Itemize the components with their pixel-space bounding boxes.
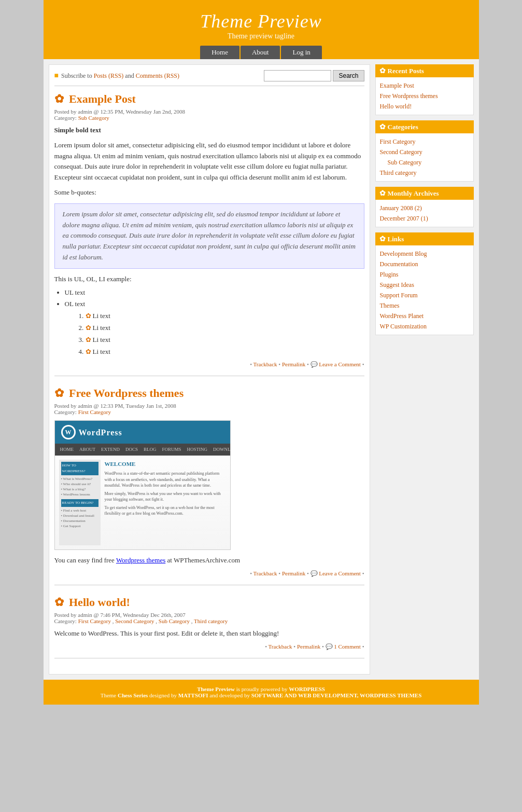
- sidebar-links: ✿ Links Development Blog Documentation P…: [375, 232, 474, 335]
- archives-icon: ✿: [379, 189, 386, 198]
- footer-mattsofi-link[interactable]: MATTSOFI: [178, 692, 208, 698]
- rss-text: Subscribe to Posts (RSS) and Comments (R…: [61, 72, 264, 80]
- li-icon-1: ✿: [86, 312, 91, 320]
- sidebar-categories-content: First Category Second Category Sub Categ…: [375, 133, 474, 182]
- wp-main-mini: WELCOME WordPress is a state-of-the-art …: [105, 460, 226, 546]
- post-body-2: You can easy find free Wordpress themes …: [54, 555, 364, 566]
- recent-post-1[interactable]: Example Post: [380, 82, 414, 89]
- permalink-link-3[interactable]: Permalink: [297, 643, 320, 650]
- permalink-link-1[interactable]: Permalink: [282, 361, 305, 367]
- footer: Theme Preview is proudly powered by WORD…: [44, 680, 479, 705]
- cat-second[interactable]: Second Category: [380, 148, 422, 156]
- nav-login[interactable]: Log in: [281, 46, 321, 59]
- footer-wordpress-link[interactable]: WORDPRESS: [289, 686, 325, 692]
- search-button[interactable]: Search: [333, 70, 364, 81]
- link-themes[interactable]: Themes: [380, 302, 400, 309]
- trackback-link-3[interactable]: Trackback: [269, 643, 292, 650]
- post-cat-3[interactable]: Sub Category: [159, 618, 190, 624]
- recent-post-3[interactable]: Hello world!: [380, 103, 412, 110]
- trackback-link-2[interactable]: Trackback: [253, 570, 277, 576]
- link-suggest[interactable]: Suggest Ideas: [380, 281, 414, 288]
- link-plugins[interactable]: Plugins: [380, 271, 399, 278]
- post-title-link[interactable]: Example Post: [69, 92, 136, 105]
- site-tagline: Theme preview tagline: [44, 32, 479, 40]
- cat-sub[interactable]: Sub Category: [388, 159, 422, 166]
- link-wp-custom[interactable]: WP Customization: [380, 323, 427, 330]
- post-category-link-2[interactable]: First Category: [78, 409, 111, 415]
- posts-rss-link[interactable]: Posts (RSS): [94, 72, 124, 79]
- comment-link-2[interactable]: Leave a Comment: [319, 570, 361, 576]
- post-content: Simple bold text Lorem ipsum dolor sit a…: [54, 125, 364, 357]
- comments-rss-link[interactable]: Comments (RSS): [136, 72, 179, 79]
- cat-first[interactable]: First Category: [380, 138, 416, 145]
- post-footer-3: • Trackback • Permalink • 💬 1 Comment •: [54, 643, 364, 650]
- post-icon: ✿: [54, 92, 64, 106]
- post-icon-3: ✿: [54, 596, 64, 609]
- footer-swdev-link[interactable]: SOFTWARE AND WEB DEVELOPMENT, WORDPRESS …: [251, 692, 422, 698]
- comment-link-3[interactable]: 1 Comment: [334, 643, 361, 650]
- site-title: Theme Preview: [44, 10, 479, 32]
- comment-link-1[interactable]: Leave a Comment: [319, 361, 361, 367]
- post-example: ✿ Example Post Posted by admin @ 12:35 P…: [54, 92, 364, 376]
- link-wp-planet[interactable]: WordPress Planet: [380, 312, 424, 320]
- sidebar-archives-title: ✿ Monthly Archives: [375, 187, 474, 200]
- link-dev-blog[interactable]: Development Blog: [380, 250, 427, 257]
- trackback-link-1[interactable]: Trackback: [253, 361, 277, 367]
- post-cat-2[interactable]: Second Category: [115, 618, 154, 624]
- sidebar-categories: ✿ Categories First Category Second Categ…: [375, 120, 474, 182]
- ol-list: ✿Li text ✿Li text ✿Li text ✿Li text: [86, 311, 364, 357]
- comment-icon-1: 💬: [311, 361, 318, 367]
- wp-themes-link[interactable]: Wordpress themes: [116, 556, 165, 564]
- links-icon: ✿: [379, 235, 386, 243]
- post-content-2: W WordPress HOME ABOUT EXTEND DOCS BLOG …: [54, 420, 364, 566]
- sidebar-recent-posts-title: ✿ Recent Posts: [375, 64, 474, 77]
- post-cat-1[interactable]: First Category: [78, 618, 111, 624]
- link-support[interactable]: Support Forum: [380, 292, 418, 299]
- footer-line-1: Theme Preview is proudly powered by WORD…: [50, 686, 473, 692]
- sidebar-archives-content: January 2008 (2) December 2007 (1): [375, 200, 474, 227]
- post-content-3: Welcome to WordPress. This is your first…: [54, 628, 364, 639]
- nav-about[interactable]: About: [241, 46, 280, 59]
- sidebar-categories-title: ✿ Categories: [375, 120, 474, 133]
- footer-line-2: Theme Chess Series designed by MATTSOFI …: [50, 692, 473, 698]
- search-bar: ■ Subscribe to Posts (RSS) and Comments …: [54, 70, 364, 86]
- ul-list: UL text OL text ✿Li text ✿Li text ✿Li te…: [65, 287, 364, 357]
- li-icon-3: ✿: [86, 336, 91, 343]
- sidebar-links-content: Development Blog Documentation Plugins S…: [375, 245, 474, 335]
- post-meta-3: Posted by admin @ 7:46 PM, Wednesday Dec…: [54, 612, 364, 624]
- blockquote: Lorem ipsum dolor sit amet, consectetur …: [54, 203, 364, 269]
- cat-third[interactable]: Third category: [380, 169, 417, 176]
- archive-dec[interactable]: December 2007 (1): [380, 215, 428, 222]
- post-footer: • Trackback • Permalink • 💬 Leave a Comm…: [54, 361, 364, 368]
- wp-logo: W: [61, 425, 76, 439]
- search-input[interactable]: [264, 70, 331, 81]
- permalink-link-2[interactable]: Permalink: [282, 570, 305, 576]
- sidebar-archives: ✿ Monthly Archives January 2008 (2) Dece…: [375, 187, 474, 227]
- sidebar: ✿ Recent Posts Example Post Free Wordpre…: [375, 64, 474, 675]
- post-wp-themes: ✿ Free Wordpress themes Posted by admin …: [54, 387, 364, 585]
- sidebar-recent-posts: ✿ Recent Posts Example Post Free Wordpre…: [375, 64, 474, 115]
- post-title-link-2[interactable]: Free Wordpress themes: [69, 387, 184, 400]
- post-title-link-3[interactable]: Hello world!: [69, 596, 130, 609]
- post-hello-world: ✿ Hello world! Posted by admin @ 7:46 PM…: [54, 596, 364, 658]
- post-icon-2: ✿: [54, 387, 64, 400]
- recent-post-2[interactable]: Free Wordpress themes: [380, 92, 438, 100]
- post-footer-2: • Trackback • Permalink • 💬 Leave a Comm…: [54, 570, 364, 577]
- comment-icon-3: 💬: [326, 643, 333, 650]
- archive-jan[interactable]: January 2008 (2): [380, 204, 422, 212]
- comment-icon-2: 💬: [311, 570, 318, 576]
- wp-screenshot: W WordPress HOME ABOUT EXTEND DOCS BLOG …: [54, 420, 231, 550]
- post-cat-4[interactable]: Third category: [194, 618, 228, 624]
- post-meta-2: Posted by admin @ 12:33 PM, Tuesday Jan …: [54, 403, 364, 415]
- sidebar-recent-posts-content: Example Post Free Wordpress themes Hello…: [375, 77, 474, 115]
- rss-icon: ■: [54, 72, 59, 80]
- li-icon-2: ✿: [86, 324, 91, 332]
- wp-sidebar-mini: HOW TO WORDPRESS? • What is WordPress? •…: [59, 460, 101, 546]
- link-docs[interactable]: Documentation: [380, 260, 418, 268]
- post-category-link[interactable]: Sub Category: [78, 115, 109, 121]
- sidebar-links-title: ✿ Links: [375, 232, 474, 245]
- main-nav: Home About Log in: [44, 46, 479, 59]
- recent-posts-icon: ✿: [379, 66, 386, 75]
- li-icon-4: ✿: [86, 348, 91, 355]
- nav-home[interactable]: Home: [200, 46, 239, 59]
